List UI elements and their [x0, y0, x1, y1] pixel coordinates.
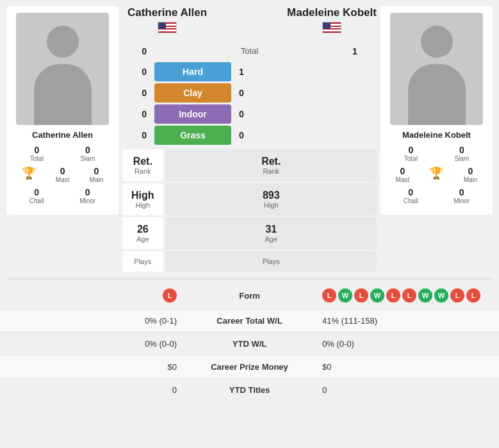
left-minor-value: 0 — [85, 187, 90, 197]
left-stat-row-2: 🏆 0 Mast 0 Main — [12, 166, 113, 183]
right-plays-box: Plays — [166, 251, 377, 272]
right-player-name: Madeleine Kobelt — [402, 130, 471, 140]
left-player-avatar — [16, 13, 109, 125]
hard-row: 0 Hard 1 — [122, 62, 377, 81]
right-stat-row-1: 0 Total 0 Slam — [386, 145, 487, 162]
right-minor-label: Minor — [454, 197, 470, 204]
right-total-value: 0 — [408, 145, 413, 155]
comparison-section: Catherine Allen 0 Total 0 Slam 🏆 — [0, 0, 499, 278]
right-mast-stat: 0 Mast — [396, 166, 410, 183]
left-stat-boxes: Ret. Rank High High 26 Age Plays — [122, 149, 163, 272]
right-stat-boxes: Ret. Rank 893 High 31 Age Plays — [166, 149, 377, 272]
left-career-prize: $0 — [10, 362, 177, 372]
right-flag — [287, 22, 377, 36]
right-rank-val: Ret. — [175, 156, 368, 167]
left-age-lbl: Age — [131, 235, 154, 243]
left-slam-label: Slam — [80, 155, 95, 162]
right-career-prize: $0 — [322, 362, 489, 372]
form-row: L Form L W L W L L W W L L — [0, 282, 499, 310]
clay-right-score: 0 — [231, 88, 263, 98]
ytd-wl-label: YTD W/L — [177, 339, 322, 349]
right-age-val: 31 — [175, 224, 368, 235]
indoor-left-score: 0 — [122, 109, 154, 119]
right-player-card: Madeleine Kobelt 0 Total 0 Slam 0 Mast — [380, 6, 493, 215]
left-form-badge-l: L — [163, 288, 177, 303]
left-main-stat: 0 Mast — [56, 166, 70, 183]
form-label: Form — [177, 291, 322, 301]
bottom-boxes-row: Ret. Rank High High 26 Age Plays — [122, 149, 377, 272]
names-header-row: Catherine Allen Madeleine Kobelt — [122, 6, 377, 36]
right-form-w1: W — [338, 288, 352, 303]
right-mast-label: Mast — [396, 176, 410, 183]
right-form-l6: L — [466, 288, 480, 303]
right-total-stat: 0 Total — [404, 145, 418, 162]
left-player-name: Catherine Allen — [32, 130, 93, 140]
left-minor-label: Minor — [79, 197, 95, 204]
left-age-box: 26 Age — [122, 217, 163, 249]
right-high-val: 893 — [175, 190, 368, 201]
career-prize-row: $0 Career Prize Money $0 — [0, 356, 499, 379]
left-player-card: Catherine Allen 0 Total 0 Slam 🏆 — [6, 6, 119, 215]
clay-badge[interactable]: Clay — [154, 83, 231, 103]
right-mast-value: 0 — [400, 166, 405, 176]
clay-left-score: 0 — [122, 88, 154, 98]
left-high-box: High High — [122, 183, 163, 215]
clay-row: 0 Clay 0 — [122, 83, 377, 103]
right-name-header-text: Madeleine Kobelt — [287, 6, 377, 19]
grass-badge[interactable]: Grass — [154, 126, 231, 145]
right-high-lbl: High — [175, 201, 368, 209]
left-total-label: Total — [30, 155, 44, 162]
left-mast-stat: 🏆 — [22, 166, 36, 183]
left-age-val: 26 — [131, 224, 154, 235]
right-form-w3: W — [418, 288, 432, 303]
total-left-score: 0 — [122, 46, 154, 56]
left-player-stats: 0 Total 0 Slam 🏆 0 Mast — [12, 145, 113, 208]
left-chall-stat: 0 Chall — [29, 187, 44, 204]
left-ytd-titles: 0 — [10, 385, 177, 395]
right-form-badges: L W L W L L W W L L — [322, 288, 489, 303]
left-slam-stat: 0 Slam — [80, 145, 95, 162]
right-rank-lbl: Rank — [175, 167, 368, 175]
ytd-wl-row: 0% (0-0) YTD W/L 0% (0-0) — [0, 333, 499, 356]
left-plays-lbl: Plays — [131, 258, 154, 265]
right-rank-box: Ret. Rank — [166, 149, 377, 181]
left-high-val: High — [131, 190, 154, 201]
indoor-badge[interactable]: Indoor — [154, 104, 231, 124]
right-form-l2: L — [354, 288, 368, 303]
left-name-header: Catherine Allen — [122, 6, 212, 36]
total-right-score: 1 — [345, 46, 377, 56]
hard-badge[interactable]: Hard — [154, 62, 231, 81]
hard-left-score: 0 — [122, 67, 154, 77]
left-main-label: Main — [90, 176, 104, 183]
right-age-box: 31 Age — [166, 217, 377, 249]
right-player-stats: 0 Total 0 Slam 0 Mast 🏆 — [386, 145, 487, 208]
total-label: Total — [154, 42, 345, 60]
right-age-lbl: Age — [175, 235, 368, 243]
grass-right-score: 0 — [231, 130, 263, 140]
right-main-value: 0 — [468, 166, 473, 176]
right-plays-lbl: Plays — [175, 258, 368, 265]
career-prize-label: Career Prize Money — [177, 362, 322, 372]
right-chall-stat: 0 Chall — [404, 187, 418, 204]
left-main-value: 0 — [94, 166, 99, 176]
right-flag-usa — [322, 22, 341, 33]
left-main-stat-item: 0 Main — [90, 166, 104, 183]
ytd-titles-label: YTD Titles — [177, 385, 322, 395]
right-main-stat: 0 Main — [464, 166, 478, 183]
left-career-wl: 0% (0-1) — [10, 316, 177, 326]
right-high-box: 893 High — [166, 183, 377, 215]
left-high-lbl: High — [131, 201, 154, 209]
right-slam-stat: 0 Slam — [454, 145, 469, 162]
career-wl-row: 0% (0-1) Career Total W/L 41% (111-158) — [0, 310, 499, 333]
left-mast-label: Mast — [56, 176, 70, 183]
left-stat-row-1: 0 Total 0 Slam — [12, 145, 113, 162]
left-total-value: 0 — [34, 145, 39, 155]
right-ytd-titles: 0 — [322, 385, 489, 395]
left-rank-lbl: Rank — [131, 167, 154, 175]
left-trophy-icon: 🏆 — [22, 166, 36, 180]
left-flag — [122, 22, 212, 36]
right-ytd-wl: 0% (0-0) — [322, 339, 489, 349]
right-form-l4: L — [402, 288, 416, 303]
career-wl-label: Career Total W/L — [177, 316, 322, 326]
right-chall-label: Chall — [404, 197, 418, 204]
